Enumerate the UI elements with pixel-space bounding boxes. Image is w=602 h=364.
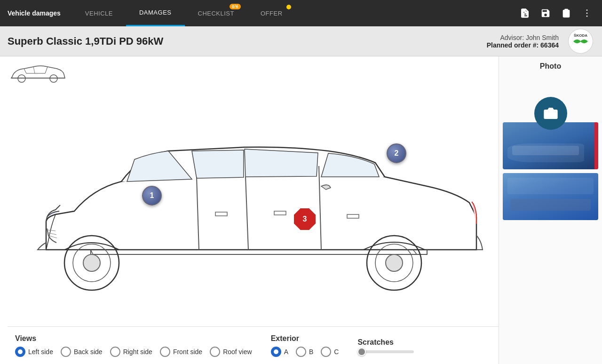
exterior-a-radio[interactable] (271, 347, 281, 357)
tab-damages[interactable]: DAMAGES (126, 0, 185, 26)
view-back-side[interactable]: Back side (61, 347, 103, 357)
car-diagram: 1 2 3 (8, 70, 499, 326)
svg-point-5 (568, 29, 593, 54)
exterior-c[interactable]: C (321, 347, 339, 357)
skoda-logo: ŠKODA (566, 27, 594, 55)
photo-label: Photo (499, 56, 602, 74)
view-front-side[interactable]: Front side (160, 347, 202, 357)
camera-icon (543, 106, 558, 121)
add-doc-icon (520, 8, 530, 18)
car-area: 1 2 3 Views Left side (0, 56, 499, 364)
view-left-radio[interactable] (15, 347, 25, 357)
clipboard-button[interactable] (557, 4, 576, 23)
skoda-logo-svg: ŠKODA (568, 28, 594, 54)
advisor-name: Advisor: John Smith (487, 34, 559, 41)
svg-point-3 (586, 13, 588, 14)
save-button[interactable] (536, 4, 555, 23)
car-diagram-svg (18, 104, 488, 292)
tab-vehicle[interactable]: VEHICLE (72, 0, 126, 26)
nav-actions (515, 4, 602, 23)
bottom-controls: Views Left side Back side Right side (8, 326, 499, 364)
exterior-b[interactable]: B (296, 347, 313, 357)
damage-pin-1[interactable]: 1 (142, 186, 162, 206)
photo-list (499, 119, 602, 224)
more-icon (582, 8, 592, 18)
main-content: 1 2 3 Views Left side (0, 56, 602, 364)
clipboard-icon (561, 8, 571, 18)
tab-checklist[interactable]: CHECKLIST 0/6 (185, 0, 247, 26)
header-bar: Superb Classic 1,9TDi PD 96kW Advisor: J… (0, 26, 602, 56)
svg-text:ŠKODA: ŠKODA (574, 33, 587, 38)
scratches-thumb[interactable] (357, 348, 366, 356)
save-icon (540, 8, 551, 18)
car-svg-container: 1 2 3 (18, 104, 488, 292)
tab-offer[interactable]: OFFER (247, 0, 296, 26)
photo-panel: Photo (499, 56, 602, 364)
add-doc-button[interactable] (515, 4, 534, 23)
photo-red-strip-1 (594, 122, 598, 169)
scratches-label: Scratches (357, 338, 414, 347)
view-front-radio[interactable] (160, 347, 170, 357)
view-roof-radio[interactable] (210, 347, 220, 357)
exterior-b-radio[interactable] (296, 347, 306, 357)
scratches-slider[interactable] (357, 350, 414, 353)
view-right-side[interactable]: Right side (110, 347, 152, 357)
view-back-radio[interactable] (61, 347, 71, 357)
svg-point-17 (386, 254, 403, 271)
offer-dot-badge (286, 5, 291, 9)
exterior-radio-group: A B C (271, 347, 339, 357)
app-title: Vehicle damages (8, 9, 61, 17)
views-radio-group: Left side Back side Right side Front sid… (15, 347, 252, 357)
order-number: Planned order #: 66364 (487, 41, 559, 49)
nav-tabs: VEHICLE DAMAGES CHECKLIST 0/6 OFFER (72, 0, 515, 26)
views-label: Views (15, 334, 252, 343)
damage-pin-3[interactable]: 3 (294, 208, 316, 230)
more-button[interactable] (578, 4, 596, 23)
photo-thumb-2[interactable] (503, 173, 598, 220)
views-control: Views Left side Back side Right side (15, 334, 252, 357)
top-navigation: Vehicle damages VEHICLE DAMAGES CHECKLIS… (0, 0, 602, 26)
svg-point-4 (586, 16, 588, 17)
view-roof[interactable]: Roof view (210, 347, 252, 357)
exterior-c-radio[interactable] (321, 347, 331, 357)
advisor-info: Advisor: John Smith Planned order #: 663… (487, 34, 559, 49)
exterior-control: Exterior A B C (271, 334, 339, 357)
svg-point-14 (83, 254, 100, 271)
car-title: Superb Classic 1,9TDi PD 96kW (8, 35, 487, 47)
scratches-control: Scratches (357, 338, 414, 353)
camera-button[interactable] (534, 97, 567, 130)
view-right-radio[interactable] (110, 347, 120, 357)
svg-point-21 (548, 111, 553, 117)
svg-point-2 (586, 9, 588, 11)
exterior-a[interactable]: A (271, 347, 288, 357)
damage-pin-2[interactable]: 2 (387, 143, 406, 163)
checklist-badge: 0/6 (230, 4, 241, 9)
exterior-label: Exterior (271, 334, 339, 343)
view-left-side[interactable]: Left side (15, 347, 53, 357)
